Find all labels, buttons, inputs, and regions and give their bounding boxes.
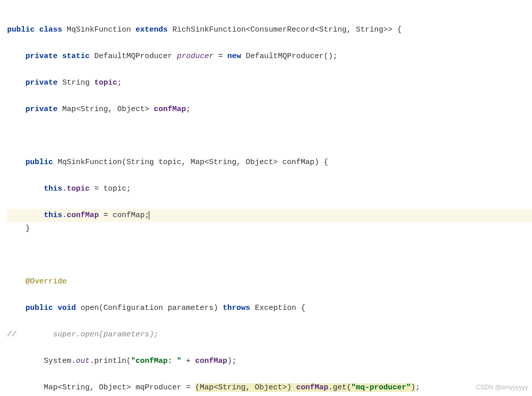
kw-public: public <box>25 158 53 167</box>
println: .println( <box>90 357 131 365</box>
cast: (Map<String, Object>) <box>195 383 296 392</box>
kw-static: static <box>62 52 90 61</box>
code-line: // super.open(parameters); <box>7 328 532 341</box>
code-line: private String topic; <box>7 76 532 90</box>
kw-private: private <box>25 78 58 87</box>
end: ); <box>227 357 236 365</box>
code-line: public class MqSinkFunction extends Rich… <box>7 23 532 37</box>
parent-type: RichSinkFunction<ConsumerRecord<String, … <box>172 25 392 34</box>
brace: { <box>392 25 402 34</box>
end-paren: ) <box>411 383 415 392</box>
exception: Exception { <box>250 304 305 312</box>
string-literal: "mq-producer" <box>351 383 411 392</box>
dot: . <box>62 184 67 193</box>
kw-private: private <box>25 105 58 114</box>
watermark: CSDN @bmyyyyyy <box>476 381 528 394</box>
get: .get( <box>328 383 351 392</box>
kw-public: public <box>25 304 53 312</box>
field-topic: topic <box>94 78 117 87</box>
kw-class: class <box>39 25 62 34</box>
code-line: } <box>7 222 532 235</box>
code-line <box>7 249 532 262</box>
semi: ; <box>186 105 191 114</box>
kw-public: public <box>7 25 35 34</box>
type: String <box>58 78 94 87</box>
code-editor[interactable]: public class MqSinkFunction extends Rich… <box>0 0 532 396</box>
kw-extends: extends <box>136 25 168 34</box>
code-line: this.topic = topic; <box>7 182 532 196</box>
ctor: DefaultMQProducer(); <box>241 52 337 61</box>
field-confmap: confMap <box>67 211 99 220</box>
out-field: out <box>76 357 90 365</box>
type: DefaultMQProducer <box>94 52 172 61</box>
decl: Map<String, Object> mqProducer = <box>44 383 195 392</box>
eq: = <box>214 52 227 61</box>
code-line <box>7 129 532 143</box>
field-confmap: confMap <box>195 357 227 365</box>
slashes: // <box>7 330 16 339</box>
system: System. <box>44 357 76 365</box>
code-line: System.out.println("confMap: " + confMap… <box>7 355 532 368</box>
kw-this: this <box>44 211 62 220</box>
dot: . <box>62 211 67 220</box>
brace: } <box>25 224 30 233</box>
text-caret <box>149 211 149 220</box>
code-line: public MqSinkFunction(String topic, Map<… <box>7 156 532 169</box>
code-line: public void open(Configuration parameter… <box>7 302 532 315</box>
field-confmap: confMap <box>154 105 186 114</box>
sig: MqSinkFunction(String topic, Map<String,… <box>53 158 328 167</box>
kw-this: this <box>44 184 62 193</box>
string-literal: "confMap: " <box>131 357 181 365</box>
kw-new: new <box>227 52 241 61</box>
code-line: private Map<String, Object> confMap; <box>7 103 532 116</box>
type: Map<String, Object> <box>58 105 154 114</box>
semi: ; <box>415 383 420 392</box>
field-topic: topic <box>67 184 90 193</box>
rest: = confMap; <box>99 211 149 220</box>
field-confmap: confMap <box>296 383 328 392</box>
kw-void: void <box>58 304 76 312</box>
code-line-highlighted: this.confMap = confMap; <box>7 209 532 222</box>
class-name: MqSinkFunction <box>67 25 131 34</box>
plus: + <box>181 357 195 365</box>
code-line: @Override <box>7 275 532 288</box>
rest: = topic; <box>90 184 131 193</box>
method-name: open(Configuration parameters) <box>76 304 223 312</box>
kw-throws: throws <box>223 304 250 312</box>
annotation-override: @Override <box>25 277 67 286</box>
kw-private: private <box>25 52 58 61</box>
semi: ; <box>117 78 122 87</box>
comment-text: super.open(parameters); <box>53 330 158 339</box>
field-producer: producer <box>177 52 214 61</box>
code-line: Map<String, Object> mqProducer = (Map<St… <box>7 381 532 394</box>
code-line: private static DefaultMQProducer produce… <box>7 50 532 63</box>
